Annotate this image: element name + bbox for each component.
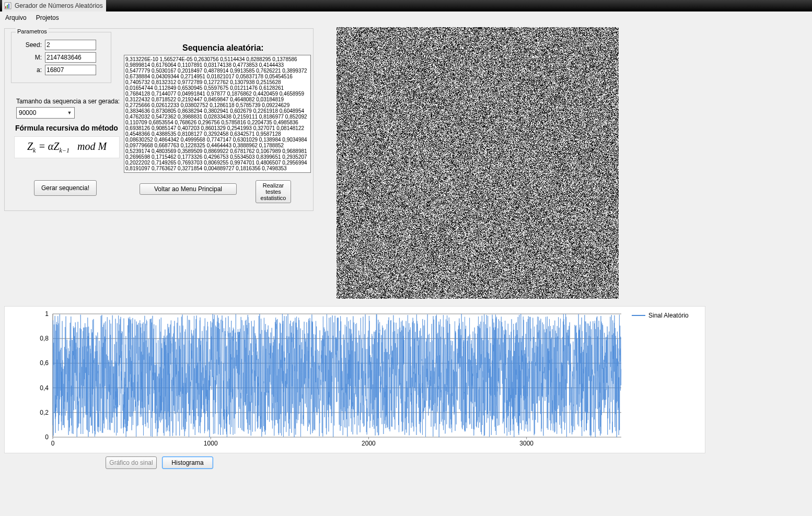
svg-text:1: 1 xyxy=(45,310,49,318)
svg-text:0,4: 0,4 xyxy=(40,384,49,392)
legend-label: Sinal Aleatório xyxy=(648,312,689,319)
window-title: Gerador de Números Aleatórios xyxy=(14,2,104,9)
grafico-sinal-button[interactable]: Gráfico do sinal xyxy=(106,456,157,469)
svg-text:2000: 2000 xyxy=(362,440,376,447)
svg-rect-3 xyxy=(8,4,9,8)
svg-text:1000: 1000 xyxy=(204,440,218,447)
seed-label: Seed: xyxy=(16,41,45,49)
app-icon xyxy=(4,2,11,9)
sequence-size-combo[interactable]: 90000 ▼ xyxy=(16,107,75,119)
voltar-menu-button[interactable]: Voltar ao Menu Principal xyxy=(140,183,237,195)
parametros-legend: Parametros xyxy=(16,28,49,34)
titlebar: Gerador de Números Aleatórios xyxy=(0,0,812,11)
signal-chart: 00,20,40,60,810100020003000 Sinal Aleató… xyxy=(4,306,705,453)
realizar-testes-button[interactable]: Realizar testes estatistico xyxy=(256,180,291,203)
menubar: Arquivo Projetos xyxy=(0,11,812,24)
a-label: a: xyxy=(16,66,45,74)
formula-image: Zk = αZk−1 mod M xyxy=(14,136,120,158)
histograma-button[interactable]: Histograma xyxy=(162,456,213,469)
a-input[interactable] xyxy=(45,65,96,75)
parameters-panel: Parametros Seed: M: a: Tamanho da sequen… xyxy=(4,28,314,211)
svg-text:0,2: 0,2 xyxy=(40,409,49,416)
formula-title: Fórmula recursiva do método xyxy=(15,124,118,132)
svg-rect-1 xyxy=(5,6,6,8)
sequence-size-label: Tamanho da sequencia a ser gerada: xyxy=(16,98,120,105)
svg-text:0: 0 xyxy=(45,433,49,441)
svg-text:3000: 3000 xyxy=(519,440,533,447)
svg-text:0,8: 0,8 xyxy=(40,335,49,342)
legend-line-icon xyxy=(632,315,645,316)
noise-bitmap xyxy=(337,27,619,299)
chart-legend: Sinal Aleatório xyxy=(632,312,689,319)
svg-text:0: 0 xyxy=(51,440,55,447)
sequence-size-value: 90000 xyxy=(19,109,36,116)
menu-arquivo[interactable]: Arquivo xyxy=(5,14,27,21)
sequence-title: Sequencia aleatória: xyxy=(182,43,264,53)
gerar-sequencia-button[interactable]: Gerar sequencia! xyxy=(34,180,97,196)
m-input[interactable] xyxy=(45,52,96,63)
chevron-down-icon: ▼ xyxy=(66,110,73,115)
menu-projetos[interactable]: Projetos xyxy=(36,14,59,21)
svg-text:0,6: 0,6 xyxy=(40,359,49,367)
parametros-group: Parametros Seed: M: a: xyxy=(11,32,111,83)
seed-input[interactable] xyxy=(45,40,96,50)
sequence-textarea[interactable]: 9,313226E-10 1,565274E-05 0,2630756 0,51… xyxy=(124,55,311,173)
m-label: M: xyxy=(16,54,45,61)
svg-rect-2 xyxy=(7,5,8,8)
